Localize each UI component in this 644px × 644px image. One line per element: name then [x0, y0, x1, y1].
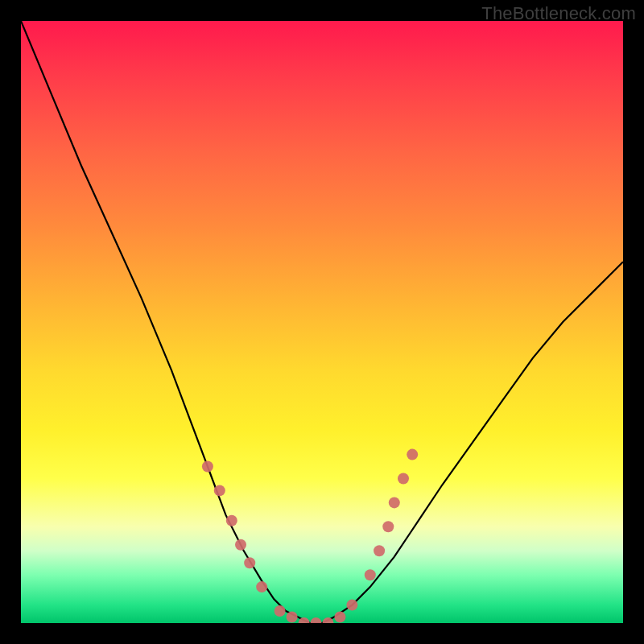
highlighted-dots	[202, 449, 418, 623]
dot	[202, 461, 213, 473]
curve-path	[21, 21, 623, 623]
dot	[226, 515, 237, 526]
dot	[374, 545, 385, 556]
chart-frame: TheBottleneck.com	[0, 0, 644, 644]
dot	[398, 473, 409, 485]
plot-area	[21, 21, 623, 623]
dot	[311, 617, 322, 623]
watermark-text: TheBottleneck.com	[481, 3, 636, 24]
dot	[287, 612, 298, 623]
dot	[389, 497, 400, 508]
dot	[235, 539, 246, 551]
dot	[214, 485, 225, 496]
dot	[382, 521, 394, 532]
dot	[334, 612, 345, 623]
dot	[407, 449, 418, 460]
dot	[244, 557, 255, 568]
bottleneck-curve	[21, 21, 623, 623]
dot	[365, 569, 376, 580]
dot	[275, 605, 286, 617]
dot	[256, 581, 267, 592]
dot	[346, 600, 357, 611]
chart-svg	[21, 21, 623, 623]
